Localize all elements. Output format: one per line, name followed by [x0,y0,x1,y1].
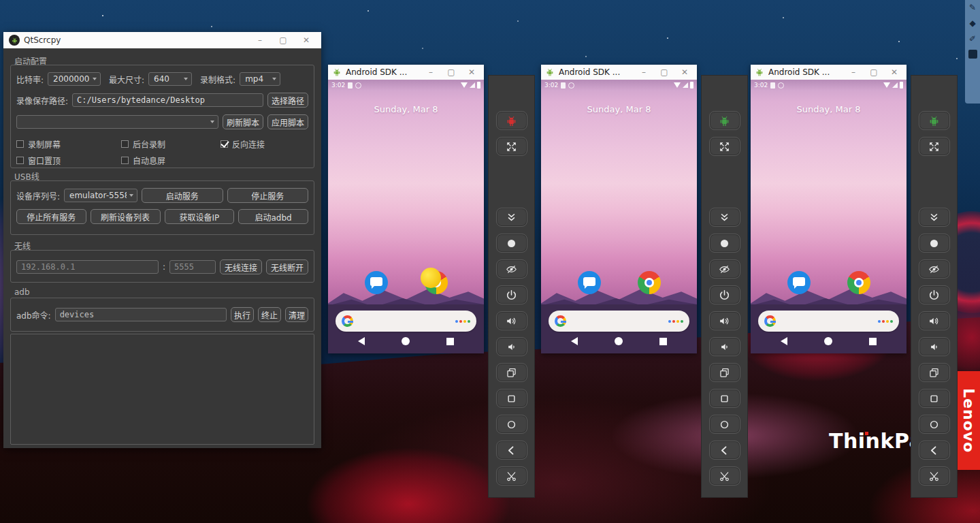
clear-button[interactable]: 清理 [285,307,308,322]
google-search-bar[interactable] [336,311,476,332]
get-device-ip-button[interactable]: 获取设备IP [165,209,235,224]
android-recents-button[interactable] [869,338,877,345]
chrome-app-icon[interactable] [638,271,661,294]
android-home-button[interactable] [824,337,832,345]
android-recents-button[interactable] [659,338,667,345]
phone-screen-mirror[interactable]: 3:02 Sunday, Mar 8 [541,80,697,353]
android-back-button[interactable] [358,337,365,345]
minimize-button[interactable]: – [250,35,270,45]
clip-button[interactable] [496,466,527,486]
android-back-button[interactable] [781,337,787,345]
checkbox-background-record[interactable]: 后台录制 [121,138,216,150]
messages-app-icon[interactable] [365,271,388,294]
volume-up-button[interactable] [919,311,950,330]
checkbox-auto-screen-off[interactable]: 自动息屏 [121,155,165,166]
close-button[interactable]: ✕ [297,35,316,45]
refresh-device-list-button[interactable]: 刷新设备列表 [91,209,161,224]
minimize-button[interactable]: – [423,67,439,77]
expand-more-button[interactable] [919,208,950,227]
checkbox-record-screen[interactable]: 录制屏幕 [16,138,117,150]
stop-all-services-button[interactable]: 停止所有服务 [16,209,86,224]
google-search-bar[interactable] [549,311,689,332]
wireless-connect-button[interactable]: 无线连接 [220,259,262,274]
app-switch-button[interactable] [496,363,527,382]
volume-down-button[interactable] [709,337,740,356]
device-serial-dropdown[interactable]: emulator-5558 [64,189,137,202]
savepath-input[interactable] [72,93,263,107]
hide-screen-button[interactable] [496,259,527,279]
back-button[interactable] [496,441,527,460]
android-back-button[interactable] [571,337,578,345]
adb-command-input[interactable] [55,308,227,321]
checkbox-reverse-connection[interactable]: 反向连接 [220,138,265,150]
close-button[interactable]: ✕ [463,67,480,77]
menu-button[interactable] [919,389,950,408]
android-recents-button[interactable] [446,338,454,345]
home-button[interactable] [709,415,740,434]
messages-app-icon[interactable] [787,271,811,294]
checkbox-icon[interactable] [220,140,228,148]
home-button[interactable] [919,415,950,434]
execute-button[interactable]: 执行 [231,307,254,322]
start-service-button[interactable]: 启动服务 [142,188,223,203]
choose-path-button[interactable]: 选择路径 [267,93,308,108]
maxsize-dropdown[interactable]: 640 [148,72,192,86]
screenshot-button[interactable] [919,234,950,253]
expand-more-button[interactable] [709,208,740,227]
stop-service-button[interactable]: 停止服务 [227,188,308,203]
highlighter-icon[interactable]: ✐ [968,34,977,44]
back-button[interactable] [709,441,740,460]
messages-app-icon[interactable] [578,271,601,294]
volume-up-button[interactable] [709,311,740,330]
volume-up-button[interactable] [496,311,527,330]
checkbox-window-on-top[interactable]: 窗口置顶 [16,155,117,166]
terminate-button[interactable]: 终止 [258,307,281,322]
close-button[interactable]: ✕ [886,67,902,77]
volume-down-button[interactable] [919,337,950,356]
minimize-button[interactable]: – [636,67,652,77]
maximize-button[interactable]: ▢ [274,35,293,45]
menu-button[interactable] [496,389,527,408]
group-control-button[interactable] [919,111,950,130]
group-control-button[interactable] [709,111,740,130]
chrome-app-icon[interactable] [847,271,870,294]
format-dropdown[interactable]: mp4 [240,72,280,86]
phone-screen-mirror[interactable]: 3:02 Sunday, Mar 8 [328,80,484,353]
refresh-script-button[interactable]: 刷新脚本 [223,114,263,129]
wireless-port-input[interactable] [169,260,216,274]
wireless-ip-input[interactable] [16,260,159,274]
close-button[interactable]: ✕ [676,67,693,77]
fullscreen-button[interactable] [709,137,740,156]
clip-button[interactable] [709,466,740,486]
app-switch-button[interactable] [919,363,950,382]
apply-script-button[interactable]: 应用脚本 [267,114,308,129]
phone-screen-mirror[interactable]: 3:02 Sunday, Mar 8 [751,80,906,353]
fullscreen-button[interactable] [496,137,527,156]
hide-screen-button[interactable] [709,259,740,279]
hide-screen-button[interactable] [919,259,950,279]
screenshot-button[interactable] [709,234,740,253]
minimize-button[interactable]: – [845,67,862,77]
eraser-icon[interactable]: ◆ [968,18,977,28]
power-button[interactable] [919,285,950,304]
clip-button[interactable] [919,466,950,486]
group-control-button[interactable] [496,111,527,130]
fullscreen-button[interactable] [919,137,950,156]
google-search-bar[interactable] [758,311,899,332]
pen-icon[interactable]: ✎ [968,3,977,12]
maximize-button[interactable]: ▢ [443,67,459,77]
maximize-button[interactable]: ▢ [656,67,672,77]
power-button[interactable] [496,285,527,304]
volume-down-button[interactable] [496,337,527,356]
wireless-disconnect-button[interactable]: 无线断开 [266,259,308,274]
android-home-button[interactable] [615,337,623,345]
script-dropdown[interactable] [16,115,218,129]
expand-more-button[interactable] [496,208,527,227]
android-home-button[interactable] [402,337,410,345]
checkbox-icon[interactable] [16,140,24,148]
checkbox-icon[interactable] [16,157,24,164]
power-button[interactable] [709,285,740,304]
back-button[interactable] [919,441,950,460]
home-button[interactable] [496,415,527,434]
bitrate-dropdown[interactable]: 2000000 [48,72,101,86]
